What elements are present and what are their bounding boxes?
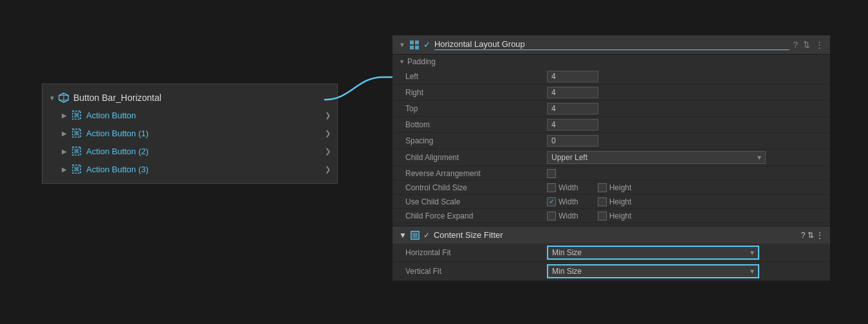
control-child-size-checkboxes: Width Height [547,183,631,192]
padding-bottom-label: Bottom [405,120,547,129]
child-alignment-arrow: ▾ [757,153,761,162]
padding-bottom-row: Bottom [392,117,830,133]
padding-left-label: Left [405,72,547,81]
csf-question-icon[interactable]: ? [801,231,806,240]
expand-arrow-root[interactable]: ▼ [49,94,55,102]
child-label-3: Action Button (3) [86,165,149,174]
vertical-fit-label: Vertical Fit [405,267,547,276]
more-icon[interactable]: ⋮ [815,40,824,50]
spacing-row: Spacing [392,133,830,149]
padding-expand[interactable]: ▼ [399,59,405,65]
control-child-size-row: Control Child Size Width Height [392,181,830,195]
use-child-scale-label: Use Child Scale [405,197,547,206]
chevron-right-3: ❯ [325,165,331,174]
svg-rect-24 [415,46,419,50]
reverse-arrangement-label: Reverse Arrangement [405,169,547,178]
force-expand-height-label: Height [609,212,632,221]
use-scale-height-item: Height [598,197,632,206]
child-expand-0[interactable]: ▶ [62,112,67,119]
use-scale-height-checkbox[interactable] [598,197,607,206]
padding-bottom-input[interactable] [547,119,598,130]
padding-top-row: Top [392,101,830,117]
spacing-label: Spacing [405,136,547,145]
padding-top-label: Top [405,104,547,113]
padding-label: Padding [407,57,436,66]
vertical-fit-dropdown[interactable]: Min Size ▾ [547,264,759,278]
svg-rect-23 [410,46,414,50]
child-force-expand-row: Child Force Expand Width Height [392,209,830,223]
hlg-icons: ? ⇅ ⋮ [793,40,824,50]
child-item-1[interactable]: ▶ Action Button (1) ❯ [42,124,337,142]
chevron-right-1: ❯ [325,129,331,138]
child-item-0[interactable]: ▶ Action Button ❯ [42,106,337,124]
vertical-fit-value: Min Size [552,267,582,276]
child-item-2[interactable]: ▶ Action Button (2) ❯ [42,142,337,160]
child-expand-3[interactable]: ▶ [62,166,67,173]
spacing-input[interactable] [547,135,598,147]
child-alignment-value: Upper Left [551,153,587,162]
hlg-title: Horizontal Layout Group [434,39,790,50]
hlg-header: ▼ ✓ Horizontal Layout Group ? ⇅ ⋮ [392,35,830,55]
child-label-0: Action Button [86,111,136,120]
control-child-size-label: Control Child Size [405,183,547,192]
svg-rect-26 [412,233,418,238]
child-alignment-row: Child Alignment Upper Left ▾ [392,149,830,166]
child-item-3[interactable]: ▶ Action Button (3) ❯ [42,160,337,178]
padding-right-input[interactable] [547,87,598,98]
child-alignment-label: Child Alignment [405,153,547,162]
root-label: Button Bar_Horizontal [73,93,162,103]
hierarchy-panel: ▼ Button Bar_Horizontal ▶ Action Button … [42,84,338,184]
hlg-component-icon [409,40,420,50]
padding-section-title: ▼ Padding [392,55,830,69]
control-width-item: Width [547,183,578,192]
csf-icons: ? ⇅ ⋮ [801,231,824,240]
child-force-expand-label: Child Force Expand [405,212,547,221]
force-expand-width-checkbox[interactable] [547,212,556,221]
use-scale-width-label: Width [559,197,578,206]
question-icon[interactable]: ? [793,40,798,50]
padding-left-row: Left [392,69,830,85]
horizontal-fit-dropdown[interactable]: Min Size ▾ [547,246,759,260]
horizontal-fit-value: Min Size [552,248,582,257]
svg-rect-21 [410,40,414,44]
padding-top-input[interactable] [547,103,598,114]
cube-icon-root [58,92,69,104]
csf-align-icon[interactable]: ⇅ [808,231,814,240]
padding-left-input[interactable] [547,71,598,82]
use-scale-width-item: Width [547,197,578,206]
cube-icon-3 [71,163,82,175]
svg-rect-22 [415,40,419,44]
use-child-scale-row: Use Child Scale Width Height [392,195,830,209]
child-label-2: Action Button (2) [86,147,149,156]
control-height-checkbox[interactable] [598,183,607,192]
control-width-checkbox[interactable] [547,183,556,192]
root-item[interactable]: ▼ Button Bar_Horizontal [42,89,337,106]
use-child-scale-checkboxes: Width Height [547,197,631,206]
hlg-enabled-check[interactable]: ✓ [423,40,430,50]
hlg-expand-arrow[interactable]: ▼ [399,41,405,48]
csf-more-icon[interactable]: ⋮ [816,231,824,240]
control-height-label: Height [609,183,632,192]
control-width-label: Width [559,183,578,192]
child-expand-2[interactable]: ▶ [62,148,67,155]
csf-title: Content Size Fitter [434,230,797,240]
csf-icon [411,231,420,240]
reverse-arrangement-checkbox[interactable] [547,169,556,178]
use-scale-width-checkbox[interactable] [547,197,556,206]
csf-section: ▼ ✓ Content Size Fitter ? ⇅ ⋮ Horizontal… [392,226,830,281]
force-expand-height-item: Height [598,212,632,221]
child-expand-1[interactable]: ▶ [62,130,67,137]
force-expand-height-checkbox[interactable] [598,212,607,221]
horizontal-fit-row: Horizontal Fit Min Size ▾ [392,244,830,262]
vertical-fit-row: Vertical Fit Min Size ▾ [392,262,830,281]
cube-icon-2 [71,145,82,157]
align-icon[interactable]: ⇅ [803,40,810,50]
reverse-arrangement-row: Reverse Arrangement [392,166,830,181]
csf-enabled-check[interactable]: ✓ [423,231,430,240]
csf-expand-arrow[interactable]: ▼ [399,231,407,240]
inspector-panel: ▼ ✓ Horizontal Layout Group ? ⇅ ⋮ ▼ Padd… [392,35,830,281]
child-alignment-dropdown[interactable]: Upper Left ▾ [547,151,766,164]
use-scale-height-label: Height [609,197,632,206]
padding-right-row: Right [392,85,830,101]
padding-right-label: Right [405,88,547,97]
